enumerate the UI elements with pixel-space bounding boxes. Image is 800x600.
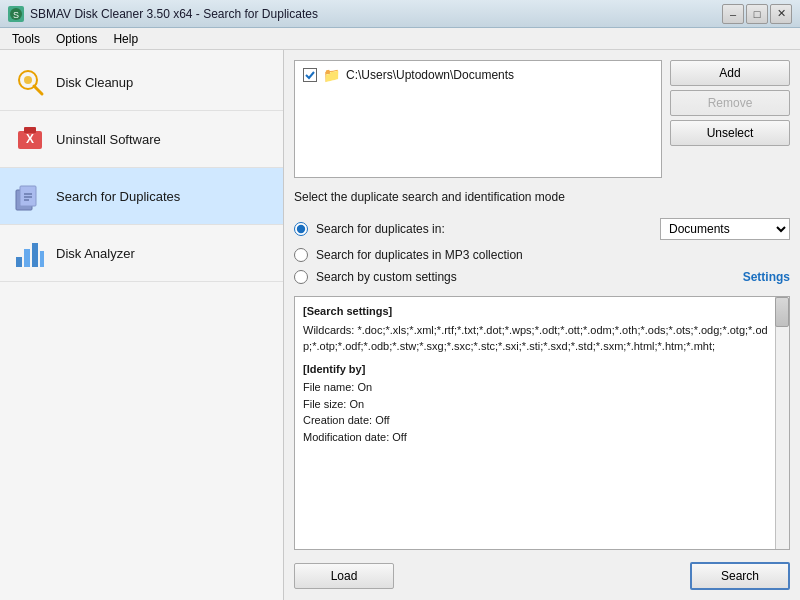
folder-section: 📁 C:\Users\Uptodown\Documents Add Remove…: [294, 60, 790, 178]
bottom-bar: Load Search: [294, 558, 790, 590]
settings-creation-date: Creation date: Off: [303, 412, 769, 429]
radio-label-3: Search by custom settings: [316, 270, 735, 284]
settings-wildcards: Wildcards: *.doc;*.xls;*.xml;*.rtf;*.txt…: [303, 322, 769, 355]
radio-group: Search for duplicates in: Documents Musi…: [294, 218, 790, 288]
search-button[interactable]: Search: [690, 562, 790, 590]
menu-help[interactable]: Help: [105, 30, 146, 48]
sidebar-item-disk-cleanup[interactable]: Disk Cleanup: [0, 54, 283, 111]
mode-label: Select the duplicate search and identifi…: [294, 186, 790, 210]
svg-rect-16: [40, 251, 44, 267]
add-button[interactable]: Add: [670, 60, 790, 86]
radio-row-2: Search for duplicates in MP3 collection: [294, 248, 790, 262]
svg-rect-13: [16, 257, 22, 267]
radio-mp3[interactable]: [294, 248, 308, 262]
radio-label-1: Search for duplicates in:: [316, 222, 652, 236]
title-bar-buttons: – □ ✕: [722, 4, 792, 24]
sidebar-label-search-duplicates: Search for Duplicates: [56, 189, 180, 204]
sidebar-item-uninstall-software[interactable]: X Uninstall Software: [0, 111, 283, 168]
radio-custom[interactable]: [294, 270, 308, 284]
uninstall-icon: X: [12, 121, 48, 157]
sidebar-label-disk-cleanup: Disk Cleanup: [56, 75, 133, 90]
disk-cleanup-icon: [12, 64, 48, 100]
settings-filename: File name: On: [303, 379, 769, 396]
settings-filesize: File size: On: [303, 396, 769, 413]
app-icon: S: [8, 6, 24, 22]
settings-header-2: [Identify by]: [303, 361, 769, 378]
remove-button[interactable]: Remove: [670, 90, 790, 116]
menu-options[interactable]: Options: [48, 30, 105, 48]
load-button[interactable]: Load: [294, 563, 394, 589]
menu-bar: Tools Options Help: [0, 28, 800, 50]
folder-icon: 📁: [323, 67, 340, 83]
settings-link[interactable]: Settings: [743, 270, 790, 284]
sidebar-item-disk-analyzer[interactable]: Disk Analyzer: [0, 225, 283, 282]
svg-text:S: S: [13, 10, 19, 20]
folder-item: 📁 C:\Users\Uptodown\Documents: [299, 65, 657, 85]
settings-box: [Search settings] Wildcards: *.doc;*.xls…: [294, 296, 790, 550]
sidebar-item-search-duplicates[interactable]: Search for Duplicates: [0, 168, 283, 225]
sidebar-label-uninstall: Uninstall Software: [56, 132, 161, 147]
scrollbar-thumb[interactable]: [775, 297, 789, 327]
main-layout: Disk Cleanup X Uninstall Software: [0, 50, 800, 600]
svg-rect-14: [24, 249, 30, 267]
svg-rect-9: [20, 186, 36, 206]
unselect-button[interactable]: Unselect: [670, 120, 790, 146]
duplicates-icon: [12, 178, 48, 214]
close-button[interactable]: ✕: [770, 4, 792, 24]
sidebar: Disk Cleanup X Uninstall Software: [0, 50, 284, 600]
folder-list-box[interactable]: 📁 C:\Users\Uptodown\Documents: [294, 60, 662, 178]
content-area: 📁 C:\Users\Uptodown\Documents Add Remove…: [284, 50, 800, 600]
settings-header-1: [Search settings]: [303, 303, 769, 320]
radio-row-1: Search for duplicates in: Documents Musi…: [294, 218, 790, 240]
folder-checkbox[interactable]: [303, 68, 317, 82]
window-title: SBMAV Disk Cleaner 3.50 x64 - Search for…: [30, 7, 318, 21]
radio-duplicates-in[interactable]: [294, 222, 308, 236]
scrollbar-track[interactable]: [775, 297, 789, 549]
side-buttons: Add Remove Unselect: [670, 60, 790, 178]
settings-box-inner: [Search settings] Wildcards: *.doc;*.xls…: [303, 303, 781, 445]
settings-modification-date: Modification date: Off: [303, 429, 769, 446]
title-bar-left: S SBMAV Disk Cleaner 3.50 x64 - Search f…: [8, 6, 318, 22]
folder-path: C:\Users\Uptodown\Documents: [346, 68, 514, 82]
sidebar-label-disk-analyzer: Disk Analyzer: [56, 246, 135, 261]
menu-tools[interactable]: Tools: [4, 30, 48, 48]
location-dropdown[interactable]: Documents Music Pictures Videos Desktop: [660, 218, 790, 240]
radio-row-3: Search by custom settings Settings: [294, 270, 790, 284]
maximize-button[interactable]: □: [746, 4, 768, 24]
svg-point-4: [24, 76, 32, 84]
title-bar: S SBMAV Disk Cleaner 3.50 x64 - Search f…: [0, 0, 800, 28]
svg-rect-15: [32, 243, 38, 267]
minimize-button[interactable]: –: [722, 4, 744, 24]
analyzer-icon: [12, 235, 48, 271]
svg-line-3: [34, 86, 42, 94]
radio-label-2: Search for duplicates in MP3 collection: [316, 248, 790, 262]
svg-text:X: X: [26, 132, 34, 146]
